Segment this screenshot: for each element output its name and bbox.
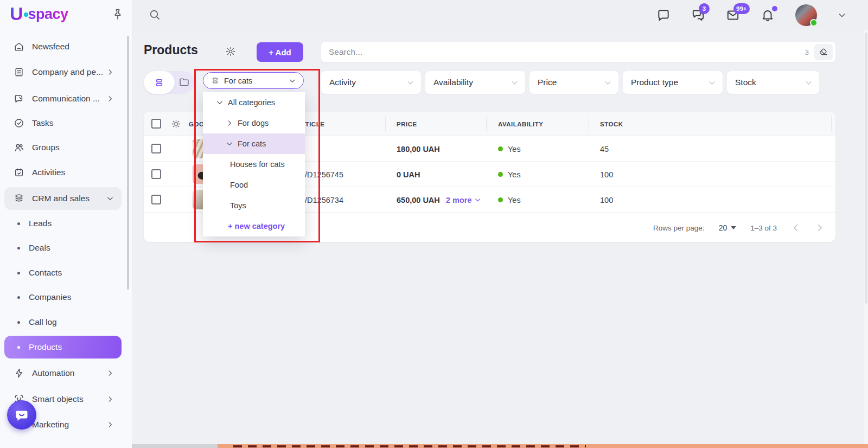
sidebar-item-label: Groups	[32, 143, 60, 152]
column-header-availability[interactable]: AVAILABILITY	[498, 112, 544, 136]
home-icon	[14, 41, 24, 52]
sidebar-item-crm[interactable]: CRM and sales	[4, 187, 122, 210]
sidebar-item-leads[interactable]: Leads	[4, 212, 122, 235]
page-settings-gear-icon[interactable]	[225, 46, 236, 57]
topbar: 3 99+	[132, 0, 868, 30]
previous-page-button[interactable]	[791, 223, 801, 233]
column-divider	[831, 117, 832, 131]
sidebar-item-tasks[interactable]: Tasks	[4, 112, 122, 135]
pagination-range: 1–3 of 3	[750, 224, 777, 232]
support-chat-button[interactable]	[7, 400, 36, 430]
sidebar-item-deals[interactable]: Deals	[4, 236, 122, 259]
people-icon	[14, 142, 24, 153]
category-option-label: All categories	[228, 98, 275, 107]
sidebar-item-call-log[interactable]: Call log	[4, 311, 122, 334]
search-input[interactable]	[321, 47, 805, 57]
table-settings-gear-icon[interactable]	[171, 119, 181, 129]
category-option-toys[interactable]: Toys	[203, 195, 305, 216]
column-header-price[interactable]: PRICE	[397, 112, 417, 136]
uspacy-logo[interactable]: U spacy	[10, 5, 68, 22]
price-cell: 0 UAH	[397, 162, 420, 187]
new-category-button[interactable]: + new category	[203, 216, 305, 236]
category-option-for-dogs[interactable]: For dogs	[203, 113, 305, 133]
chevron-right-icon	[106, 68, 114, 76]
sidebar-item-label: Automation	[32, 368, 74, 378]
global-search-icon[interactable]	[148, 8, 161, 21]
sidebar-item-products[interactable]: Products	[4, 336, 122, 359]
chevron-down-icon	[216, 99, 224, 106]
column-divider	[589, 117, 589, 131]
chevron-down-icon	[289, 77, 296, 85]
mail-icon[interactable]: 99+	[726, 8, 740, 22]
list-view-button[interactable]	[144, 71, 175, 94]
chevron-down-icon	[708, 79, 716, 87]
category-option-label: For dogs	[238, 119, 269, 127]
sidebar-item-label: Newsfeed	[32, 42, 69, 52]
page-scrollbar-thumb[interactable]	[865, 33, 867, 304]
filter-chip-stock[interactable]: Stock	[727, 71, 819, 94]
profile-chevron-down-icon[interactable]	[838, 11, 846, 20]
bullet-icon	[17, 247, 20, 249]
price-cell: 180,00 UAH	[397, 136, 440, 162]
filter-count: 3	[805, 48, 809, 56]
article-cell: /D1256745	[305, 162, 343, 187]
filter-chip-product-type[interactable]: Product type	[623, 71, 723, 94]
chevron-down-icon	[604, 79, 612, 87]
row-checkbox[interactable]	[151, 195, 161, 204]
sidebar-item-newsfeed[interactable]: Newsfeed	[4, 35, 122, 58]
sidebar-item-contacts[interactable]: Contacts	[4, 261, 122, 284]
rows-per-page-select[interactable]: 20	[719, 223, 737, 232]
sidebar-item-companies[interactable]: Companies	[4, 286, 122, 309]
view-toggle[interactable]	[144, 71, 194, 94]
communication-icon	[14, 93, 24, 104]
category-option-food[interactable]: Food	[203, 175, 305, 195]
rows-per-page-label: Rows per page:	[653, 224, 705, 232]
chats-icon[interactable]: 3	[691, 8, 705, 22]
availability-dot	[498, 146, 503, 151]
bullet-icon	[17, 321, 20, 324]
building-icon	[14, 67, 24, 78]
sidebar-item-automation[interactable]: Automation	[4, 362, 122, 385]
category-filter-select[interactable]: For cats	[203, 72, 304, 89]
sidebar: U spacy Newsfeed Company and pe... Commu…	[0, 0, 132, 448]
price-cell: 650,00 UAH	[397, 187, 440, 213]
next-page-button[interactable]	[815, 223, 825, 233]
rows-per-page-value: 20	[719, 223, 727, 232]
category-option-label: Houses for cats	[230, 160, 285, 169]
sidebar-item-activities[interactable]: Activities	[4, 161, 122, 184]
category-option-all-categories[interactable]: All categories	[203, 92, 305, 113]
filter-chip-price[interactable]: Price	[529, 71, 618, 94]
comments-icon[interactable]	[656, 8, 671, 22]
chevron-down-icon	[510, 79, 519, 87]
user-avatar[interactable]	[795, 4, 817, 26]
clear-filters-button[interactable]	[814, 44, 833, 60]
notifications-bell-icon[interactable]	[761, 8, 775, 22]
chevron-down-icon	[106, 195, 114, 202]
availability-value: Yes	[508, 196, 521, 204]
pin-sidebar-icon[interactable]	[111, 8, 124, 21]
folder-view-button[interactable]	[178, 76, 190, 88]
row-checkbox[interactable]	[151, 169, 161, 179]
category-option-for-cats[interactable]: For cats	[203, 133, 305, 154]
sidebar-item-communication[interactable]: Communication ...	[4, 87, 122, 110]
more-prices-link[interactable]: 2 more	[446, 187, 481, 213]
mail-badge: 99+	[733, 3, 750, 14]
sidebar-item-company[interactable]: Company and pe...	[4, 61, 122, 84]
bullet-icon	[17, 346, 20, 349]
list-view-icon	[211, 76, 219, 85]
row-checkbox[interactable]	[151, 144, 161, 153]
select-all-checkbox[interactable]	[151, 119, 161, 129]
filter-chip-availability[interactable]: Availability	[425, 71, 525, 94]
availability-cell: Yes	[498, 187, 521, 213]
chevron-down-icon	[805, 79, 813, 87]
column-header-stock[interactable]: STOCK	[600, 112, 623, 136]
sidebar-scrollbar[interactable]	[127, 36, 129, 290]
bottom-banner-text-fragment	[233, 445, 586, 447]
sidebar-item-groups[interactable]: Groups	[4, 136, 122, 159]
category-option-houses-for-cats[interactable]: Houses for cats	[203, 154, 305, 175]
filter-chip-activity[interactable]: Activity	[321, 71, 421, 94]
filter-label: Product type	[631, 78, 678, 87]
filter-label: Price	[538, 78, 557, 87]
add-product-button[interactable]: + Add	[257, 42, 303, 62]
filter-label: Stock	[735, 78, 756, 87]
